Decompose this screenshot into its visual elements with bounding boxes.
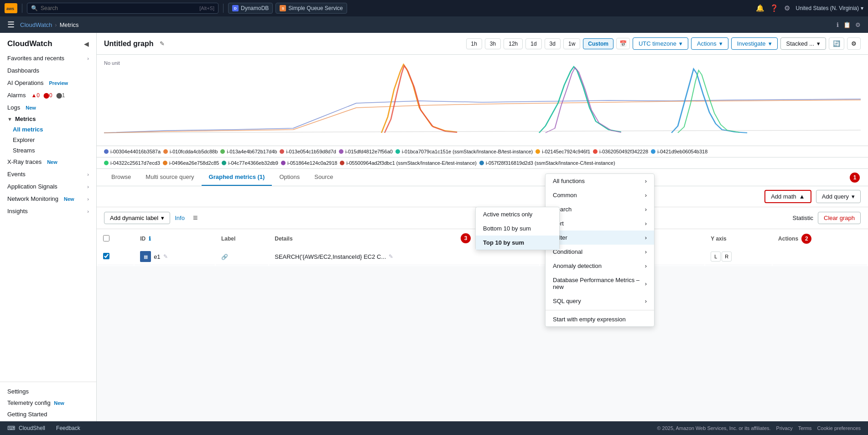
dropdown-item-conditional[interactable]: Conditional ›: [546, 245, 654, 259]
tab-graphed-metrics[interactable]: Graphed metrics (1): [202, 169, 272, 186]
dropdown-item-empty-expr[interactable]: Start with empty expression: [546, 312, 654, 326]
submenu-active-metrics[interactable]: Active metrics only: [476, 207, 559, 221]
dropdown-item-sql[interactable]: SQL query ›: [546, 294, 654, 308]
dropdown-item-sort[interactable]: Sort ›: [546, 216, 654, 231]
time-btn-1w[interactable]: 1w: [563, 38, 580, 49]
region-selector[interactable]: United States (N. Virginia) ▾: [795, 5, 863, 11]
sidebar-item-favorites[interactable]: Favorites and recents ›: [0, 52, 96, 64]
dropdown-item-common[interactable]: Common ›: [546, 188, 654, 202]
app-signals-arrow: ›: [87, 184, 89, 189]
sidebar-item-ai-operations[interactable]: AI Operations Preview: [0, 77, 96, 89]
y-axis-left-btn[interactable]: L: [711, 252, 721, 262]
legend-item-5: i-01bca7079ca1c151e (ssmStack/Instance-B…: [395, 149, 533, 154]
bottom-bar: ⌨ CloudShell Feedback © 2025, Amazon Web…: [0, 421, 868, 435]
sidebar-item-logs[interactable]: Logs New: [0, 101, 96, 114]
investigate-dropdown[interactable]: Investigate ▾: [731, 37, 778, 50]
tab-browse[interactable]: Browse: [104, 169, 138, 186]
legend-dot-13: [340, 161, 344, 165]
legend-dot-11: [222, 161, 226, 165]
row-checkbox[interactable]: [103, 253, 109, 259]
add-math-button[interactable]: Add math ▲: [764, 190, 811, 203]
refresh-btn[interactable]: 🔄: [829, 37, 844, 50]
actions-dropdown[interactable]: Actions ▾: [691, 37, 728, 50]
sidebar-section-metrics[interactable]: ▼ Metrics: [0, 114, 96, 124]
settings2-btn[interactable]: ⚙: [847, 37, 861, 50]
sidebar-item-network-monitoring[interactable]: Network Monitoring New ›: [0, 193, 96, 205]
submenu-top-10[interactable]: Top 10 by sum: [476, 236, 559, 250]
investigate-label: Investigate: [737, 40, 766, 47]
dropdown-separator: [546, 310, 654, 310]
time-btn-custom[interactable]: Custom: [583, 38, 613, 49]
nav-hamburger[interactable]: ☰: [7, 20, 15, 30]
tab-options[interactable]: Options: [272, 169, 307, 186]
search-bar[interactable]: 🔍 [Alt+S]: [27, 3, 218, 14]
cloudshell-label[interactable]: CloudShell: [19, 425, 45, 431]
dropdown-item-db-perf[interactable]: Database Performance Metrics – new ›: [546, 273, 654, 294]
bookmark-icon[interactable]: 📋: [843, 21, 851, 28]
calendar-icon[interactable]: 📅: [616, 38, 630, 49]
svg-text:aws: aws: [6, 6, 14, 11]
sidebar-item-app-signals[interactable]: Application Signals ›: [0, 180, 96, 193]
time-btn-1h[interactable]: 1h: [466, 38, 482, 49]
sidebar-item-dashboards[interactable]: Dashboards: [0, 64, 96, 77]
dropdown-item-anomaly[interactable]: Anomaly detection ›: [546, 259, 654, 273]
sidebar-sub-all-metrics[interactable]: All metrics: [0, 124, 96, 135]
row-label-edit-icon[interactable]: 🔗: [221, 254, 228, 260]
feedback-label[interactable]: Feedback: [56, 425, 80, 431]
time-btn-3h[interactable]: 3h: [485, 38, 501, 49]
time-btn-3d[interactable]: 3d: [545, 38, 561, 49]
privacy-link[interactable]: Privacy: [776, 425, 793, 431]
time-btn-1d[interactable]: 1d: [525, 38, 541, 49]
clear-graph-button[interactable]: Clear graph: [818, 212, 861, 224]
legend-item-13: i-05500964ad2f3dbc1 (ssmStack/Instance-E…: [340, 160, 477, 166]
add-query-button[interactable]: Add query ▾: [816, 190, 861, 203]
step-badge-2: 2: [801, 234, 811, 244]
tab-multi-source[interactable]: Multi source query: [138, 169, 201, 186]
sidebar-footer-settings[interactable]: Settings: [0, 386, 96, 397]
gear-icon[interactable]: ⚙: [855, 21, 861, 28]
sidebar-sub-streams[interactable]: Streams: [0, 145, 96, 156]
sidebar-footer-telemetry[interactable]: Telemetry config New: [0, 397, 96, 409]
notifications-icon[interactable]: 🔔: [756, 4, 764, 12]
service-chip-sqs[interactable]: S Simple Queue Service: [275, 3, 347, 14]
search-input[interactable]: [41, 5, 197, 11]
dropdown-item-all-functions[interactable]: All functions ›: [546, 174, 654, 188]
id-info-icon[interactable]: ℹ: [149, 236, 151, 242]
settings-icon[interactable]: ⚙: [784, 4, 790, 12]
dropdown-item-search[interactable]: Search ›: [546, 202, 654, 216]
sidebar-footer-getting-started[interactable]: Getting Started: [0, 409, 96, 420]
breadcrumb-cloudwatch[interactable]: CloudWatch: [20, 21, 52, 28]
tab-browse-label: Browse: [111, 173, 131, 180]
stacked-dropdown[interactable]: Stacked ... ▾: [780, 37, 826, 50]
terms-link[interactable]: Terms: [798, 425, 812, 431]
table-options-icon[interactable]: ≡: [193, 213, 198, 223]
sidebar-sub-explorer[interactable]: Explorer: [0, 135, 96, 145]
select-all-checkbox[interactable]: [103, 235, 109, 241]
row-id-edit-icon[interactable]: ✎: [163, 253, 168, 260]
y-axis-right-btn[interactable]: R: [722, 252, 732, 262]
help-icon[interactable]: ❓: [770, 4, 779, 12]
timezone-dropdown[interactable]: UTC timezone ▾: [633, 37, 688, 50]
sidebar-collapse-btn[interactable]: ◀: [84, 40, 89, 47]
sidebar-item-insights[interactable]: Insights ›: [0, 205, 96, 217]
tab-source[interactable]: Source: [307, 169, 340, 186]
add-dynamic-label-button[interactable]: Add dynamic label ▾: [104, 212, 170, 224]
service-chip-dynamodb[interactable]: D DynamoDB: [228, 3, 273, 14]
legend-item-0: i-00304e44016b3587a: [104, 149, 161, 154]
dropdown-item-filter[interactable]: Filter ›: [546, 231, 654, 245]
graph-title-edit-icon[interactable]: ✎: [160, 40, 165, 47]
tabs-bar: Browse Multi source query Graphed metric…: [97, 169, 868, 186]
legend-label-7: i-0362050492f342228: [599, 149, 648, 154]
row-details-edit-icon[interactable]: ✎: [389, 253, 393, 260]
tab-multi-source-label: Multi source query: [146, 173, 194, 180]
submenu-bottom-10[interactable]: Bottom 10 by sum: [476, 221, 559, 236]
timezone-arrow: ▾: [679, 40, 682, 47]
sidebar-item-events[interactable]: Events ›: [0, 168, 96, 180]
info-icon[interactable]: ℹ: [837, 21, 839, 28]
cookie-link[interactable]: Cookie preferences: [817, 425, 861, 431]
sidebar-item-xray[interactable]: X-Ray traces New: [0, 156, 96, 168]
info-link[interactable]: Info: [175, 215, 185, 221]
time-btn-12h[interactable]: 12h: [504, 38, 523, 49]
all-functions-label: All functions: [553, 178, 585, 184]
sidebar-item-alarms[interactable]: Alarms ▲0 ⬤0 ⬤1: [0, 89, 96, 101]
